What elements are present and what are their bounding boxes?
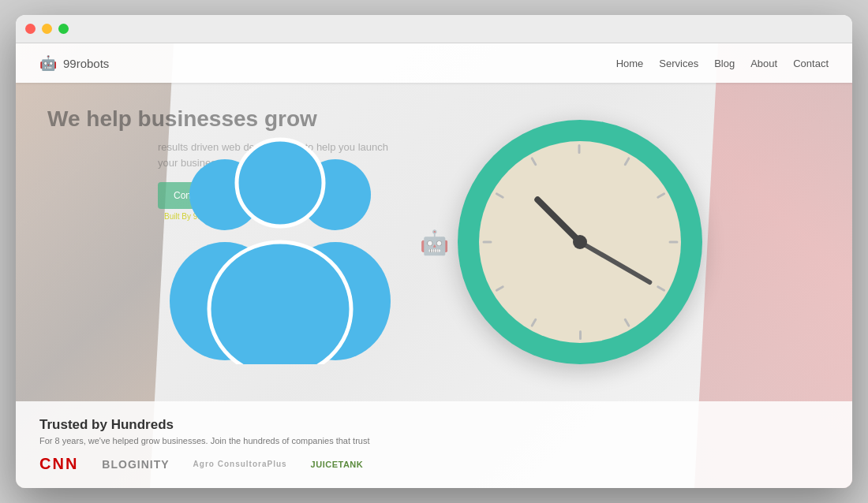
title-bar bbox=[16, 15, 852, 43]
trusted-title: Trusted by Hundreds bbox=[39, 417, 829, 433]
agro-logo: Agro ConsultoraPlus bbox=[193, 460, 287, 469]
juicetank-logo: JUICETANK bbox=[311, 460, 364, 469]
logo-area: 🤖 99robots bbox=[39, 54, 109, 72]
clock-center-dot bbox=[573, 235, 587, 249]
cnn-logo: CNN bbox=[39, 455, 78, 473]
group-people-icon bbox=[166, 120, 395, 364]
clock-tick-7 bbox=[530, 318, 537, 327]
clock-tick-9 bbox=[482, 241, 492, 244]
clock-tick-3 bbox=[668, 241, 678, 244]
clock-face bbox=[479, 141, 681, 343]
clock-tick-4 bbox=[656, 285, 665, 292]
svg-point-4 bbox=[237, 140, 324, 226]
clock-tick-8 bbox=[495, 285, 504, 292]
clock-minute-hand bbox=[579, 240, 653, 285]
nav-home[interactable]: Home bbox=[616, 58, 644, 69]
clock-icon-container bbox=[458, 120, 702, 364]
brand-logos: CNN BLOGINITY Agro ConsultoraPlus JUICET… bbox=[39, 455, 829, 473]
nav-links: Home Services Blog About Contact bbox=[616, 58, 829, 69]
clock-tick-5 bbox=[623, 318, 630, 327]
trusted-subtext: For 8 years, we've helped grow businesse… bbox=[39, 436, 829, 445]
nav-blog[interactable]: Blog bbox=[714, 58, 735, 69]
robot-logo-icon: 🤖 bbox=[39, 54, 57, 72]
svg-point-5 bbox=[209, 242, 351, 364]
browser-content: 🤖 99robots Home Services Blog About Cont… bbox=[16, 43, 852, 488]
close-button[interactable] bbox=[25, 24, 36, 34]
clock-tick-1 bbox=[623, 157, 630, 166]
traffic-lights bbox=[25, 24, 69, 34]
clock-tick-10 bbox=[495, 192, 504, 199]
minimize-button[interactable] bbox=[42, 24, 52, 34]
clock-tick-12 bbox=[578, 144, 580, 154]
clock-tick-6 bbox=[579, 330, 582, 340]
clock-tick-2 bbox=[656, 192, 665, 199]
logo-text: 99robots bbox=[63, 57, 109, 70]
group-icon-container bbox=[166, 120, 395, 364]
nav-about[interactable]: About bbox=[750, 58, 777, 69]
icons-overlay bbox=[16, 75, 852, 409]
trusted-section: Trusted by Hundreds For 8 years, we've h… bbox=[16, 401, 852, 488]
clock-tick-11 bbox=[530, 157, 537, 166]
mac-window: 🤖 99robots Home Services Blog About Cont… bbox=[16, 15, 852, 488]
bloginity-logo: BLOGINITY bbox=[102, 458, 169, 471]
nav-contact[interactable]: Contact bbox=[793, 58, 829, 69]
nav-services[interactable]: Services bbox=[659, 58, 698, 69]
fullscreen-button[interactable] bbox=[58, 24, 69, 34]
clock-outer-ring bbox=[458, 120, 702, 364]
